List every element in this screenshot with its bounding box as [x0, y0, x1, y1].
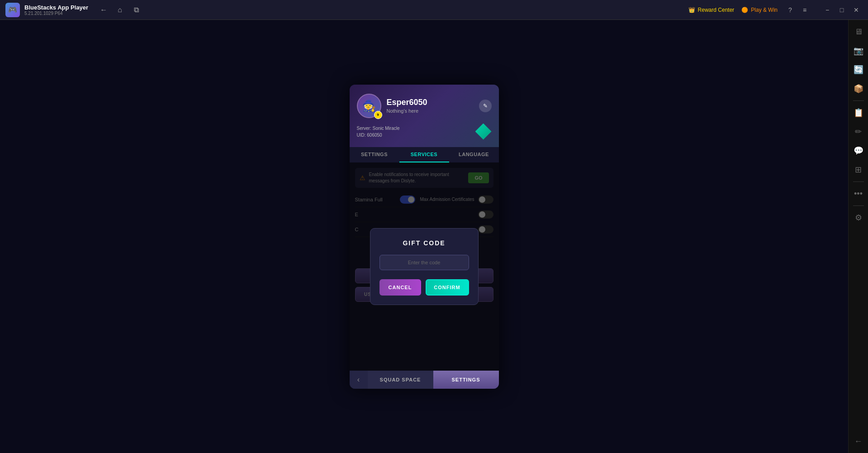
- game-window: 🧙 9 Esper6050 Nothing's here ✎ Server: S…: [350, 85, 499, 389]
- avatar-badge: 9: [374, 111, 382, 119]
- sidebar-camera-button[interactable]: 📷: [850, 43, 867, 59]
- profile-info: Esper6050 Nothing's here: [387, 98, 474, 114]
- tab-settings[interactable]: SETTINGS: [350, 147, 399, 162]
- modal-overlay: GIFT CODE CANCEL CONFIRM: [350, 162, 499, 371]
- gift-code-modal: GIFT CODE CANCEL CONFIRM: [370, 228, 479, 305]
- sidebar-screenshot-button[interactable]: ⊞: [850, 162, 867, 178]
- profile-header: 🧙 9 Esper6050 Nothing's here ✎ Server: S…: [350, 85, 499, 147]
- profile-footer: Server: Sonic Miracle UID: 606050: [357, 124, 492, 140]
- app-name: BlueStacks App Player: [24, 4, 88, 11]
- sidebar-settings-button[interactable]: ⚙: [850, 210, 867, 226]
- sidebar-divider-1: [853, 100, 864, 101]
- profile-username: Esper6050: [387, 98, 474, 107]
- help-button[interactable]: ?: [785, 5, 796, 15]
- sidebar-divider-3: [853, 205, 864, 206]
- close-button[interactable]: ✕: [850, 4, 863, 16]
- play-win-icon: 🟠: [741, 7, 748, 13]
- tab-services[interactable]: SERVICES: [399, 147, 449, 162]
- reward-label: Reward Center: [698, 7, 735, 13]
- sidebar-more-button[interactable]: •••: [850, 186, 867, 202]
- multi-instance-button[interactable]: ⧉: [130, 4, 142, 16]
- server-info: Server: Sonic Miracle UID: 606050: [357, 125, 400, 138]
- sidebar-chat-button[interactable]: 💬: [850, 143, 867, 159]
- tab-language[interactable]: LANGUAGE: [449, 147, 499, 162]
- diamond-icon: [475, 124, 492, 140]
- modal-cancel-button[interactable]: CANCEL: [379, 279, 421, 296]
- maximize-button[interactable]: □: [835, 4, 848, 16]
- edit-profile-button[interactable]: ✎: [479, 100, 492, 112]
- top-bar-right: 👑 Reward Center 🟠 Play & Win ? ≡ − □ ✕: [688, 4, 863, 16]
- window-controls: − □ ✕: [821, 4, 863, 16]
- right-sidebar: 🖥 📷 🔄 📦 📋 ✏ 💬 ⊞ ••• ⚙ ←: [848, 20, 868, 453]
- minimize-button[interactable]: −: [821, 4, 834, 16]
- sidebar-apk-button[interactable]: 📦: [850, 81, 867, 97]
- profile-row: 🧙 9 Esper6050 Nothing's here ✎: [357, 94, 492, 118]
- gift-code-input[interactable]: [379, 255, 469, 270]
- home-button[interactable]: ⌂: [114, 4, 126, 16]
- modal-buttons: CANCEL CONFIRM: [379, 279, 469, 296]
- bottom-bar: ‹ SQUAD SPACE SETTINGS: [350, 371, 499, 389]
- squad-space-button[interactable]: SQUAD SPACE: [368, 371, 433, 389]
- sidebar-script-button[interactable]: ✏: [850, 124, 867, 140]
- reward-center-button[interactable]: 👑 Reward Center: [688, 7, 735, 13]
- tabs: SETTINGS SERVICES LANGUAGE: [350, 147, 499, 162]
- content-area: ⚠ Enable notifications to receive import…: [350, 162, 499, 371]
- modal-title: GIFT CODE: [379, 239, 469, 247]
- server-label: Server: Sonic Miracle: [357, 125, 400, 132]
- play-win-label: Play & Win: [751, 7, 778, 13]
- sidebar-back-button[interactable]: ←: [850, 433, 867, 449]
- reward-icon: 👑: [688, 7, 695, 13]
- bottom-settings-button[interactable]: SETTINGS: [433, 371, 499, 389]
- top-bar: 🎮 BlueStacks App Player 5.21.201.1029 P6…: [0, 0, 868, 20]
- app-logo: 🎮: [5, 3, 20, 17]
- nav-controls: ← ⌂ ⧉: [97, 4, 142, 16]
- sidebar-divider-2: [853, 181, 864, 182]
- hamburger-button[interactable]: ≡: [799, 5, 810, 15]
- app-version: 5.21.201.1029 P64: [24, 11, 88, 16]
- avatar-wrapper: 🧙 9: [357, 94, 381, 118]
- profile-subtitle: Nothing's here: [387, 108, 474, 114]
- top-bar-icon-group: ? ≡: [785, 5, 810, 15]
- back-button[interactable]: ←: [97, 4, 110, 16]
- sidebar-rotate-button[interactable]: 🔄: [850, 62, 867, 78]
- sidebar-screen-button[interactable]: 🖥: [850, 24, 867, 40]
- chevron-button[interactable]: ‹: [350, 371, 368, 389]
- main-area: 🧙 9 Esper6050 Nothing's here ✎ Server: S…: [0, 20, 848, 453]
- uid-label: UID: 606050: [357, 132, 400, 138]
- sidebar-macro-button[interactable]: 📋: [850, 105, 867, 121]
- play-win-button[interactable]: 🟠 Play & Win: [741, 7, 778, 13]
- modal-confirm-button[interactable]: CONFIRM: [426, 279, 469, 296]
